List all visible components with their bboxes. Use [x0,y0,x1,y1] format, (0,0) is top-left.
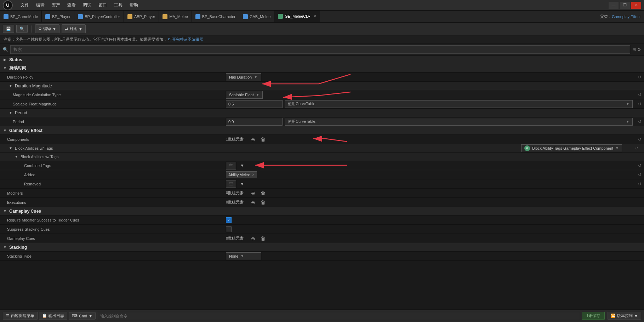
save-button[interactable]: 💾 [3,25,14,33]
tab-abp-player[interactable]: ABP_Player [124,11,159,22]
magnitude-calc-dropdown[interactable]: Scalable Float ▼ [226,91,263,99]
tab-ge-meleecd[interactable]: GE_MeleeCD• ✕ [274,11,320,22]
combined-tags-expand[interactable]: ▼ [238,162,246,169]
console-input[interactable] [97,312,580,320]
grid-view-icon[interactable]: ⊞ [632,47,636,52]
tab-bp-basecharacter-icon [195,14,200,19]
compile-dropdown-icon: ▼ [52,27,56,31]
duration-policy-reset[interactable]: ↺ [636,75,644,80]
prop-period: Period 使用CurveTable.... ▼ ↺ [0,117,644,126]
suppress-stacking-label: Suppress Stacking Cues [0,225,223,234]
duration-policy-dropdown[interactable]: Has Duration ▼ [226,73,261,81]
menu-tools[interactable]: 工具 [111,1,125,9]
save-count-button[interactable]: 1未保存 [582,312,605,320]
content-drawer-button[interactable]: ☰ 内容侧滑菜单 [3,312,38,320]
menu-edit[interactable]: 编辑 [33,1,47,9]
compile-icon: ⚙ [38,27,42,31]
executions-delete-button[interactable]: 🗑 [259,199,267,206]
gameplay-cues-delete-button[interactable]: 🗑 [259,235,267,242]
browse-button[interactable]: 🔍 [16,25,28,33]
tab-ge-meleecd-close[interactable]: ✕ [313,14,316,18]
diff-button[interactable]: ⇄ 对比 ▼ [62,24,86,33]
components-delete-button[interactable]: 🗑 [259,136,267,143]
section-duration-magnitude[interactable]: ▼ Duration Magnitude [0,82,644,90]
tab-bp-player[interactable]: BP_Player [42,11,74,22]
block-abilities-top-reset[interactable]: ↺ [633,146,641,151]
section-block-abilities-nested[interactable]: ▼ Block Abilities w/ Tags [0,153,644,161]
menu-file[interactable]: 文件 [18,1,32,9]
undo-icon-6: ↺ [635,146,639,151]
suppress-stacking-value [223,225,644,234]
prop-stacking-type: Stacking Type None ▼ [0,252,644,261]
ability-melee-tag-close[interactable]: ✕ [252,173,255,177]
settings-icon[interactable]: ⚙ [637,47,641,52]
menu-view[interactable]: 查看 [64,1,79,9]
output-log-label: 输出日志 [49,313,64,318]
added-label: Added [0,170,223,179]
close-button[interactable]: ✕ [631,2,641,9]
search-input[interactable] [10,45,630,54]
components-reset[interactable]: ↺ [636,137,644,142]
tab-ma-melee[interactable]: MA_Melee [159,11,192,22]
magnitude-calc-value: Scalable Float ▼ [223,90,636,99]
magnitude-calc-reset[interactable]: ↺ [636,92,644,97]
cmd-button[interactable]: ⌨ Cmd ▼ [69,312,96,320]
minimize-button[interactable]: — [609,2,619,9]
tab-bar: BP_GameMode BP_Player BP_PlayerControlle… [0,11,644,23]
period-curve-dropdown[interactable]: 使用CurveTable.... ▼ [285,118,633,126]
gameplay-cues-add-button[interactable]: ⊕ [249,235,257,242]
scalable-float-reset[interactable]: ↺ [636,102,644,107]
output-log-button[interactable]: 📋 输出日志 [39,312,67,320]
curve-table-dropdown[interactable]: 使用CurveTable.... ▼ [285,100,633,108]
component-type-dropdown[interactable]: ⊕ Block Ability Tags Gameplay Effect Com… [521,144,622,152]
combined-tags-empty: 空 [226,162,236,169]
components-add-button[interactable]: ⊕ [249,136,257,143]
tab-bp-playercontroller-icon [78,14,83,19]
suppress-stacking-checkbox[interactable] [226,226,232,232]
menu-asset[interactable]: 资产 [49,1,63,9]
menu-help[interactable]: 帮助 [127,1,141,9]
executions-add-button[interactable]: ⊕ [249,199,257,206]
tab-bp-playercontroller[interactable]: BP_PlayerController [74,11,124,22]
tab-bp-basecharacter[interactable]: BP_BaseCharacter [192,11,239,22]
section-duration[interactable]: ▼ 持续时间 [0,64,644,73]
undo-icon-7: ↺ [638,163,642,168]
tab-ge-meleecd-label: GE_MeleeCD• [285,14,310,18]
menu-window[interactable]: 窗口 [96,1,110,9]
notice-link[interactable]: 打开完整蓝图编辑器 [168,37,203,41]
require-modifier-checkbox[interactable]: ✓ [226,217,232,223]
section-period[interactable]: ▼ Period [0,109,644,117]
period-input[interactable] [226,118,283,126]
tab-bp-basecharacter-label: BP_BaseCharacter [202,15,235,19]
section-gameplay-cues[interactable]: ▼ Gameplay Cues [0,207,644,215]
menu-debug[interactable]: 调试 [80,1,94,9]
stacking-type-dropdown[interactable]: None ▼ [226,252,261,260]
modifiers-delete-button[interactable]: 🗑 [259,189,267,197]
section-gameplay-cues-label: Gameplay Cues [9,209,41,214]
ability-melee-tag[interactable]: Ability.Melee ✕ [226,171,257,178]
section-block-abilities-top[interactable]: ▼ Block Abilities w/ Tags ⊕ Block Abilit… [0,144,644,153]
modifiers-add-button[interactable]: ⊕ [249,189,257,197]
compile-label: 编译 [43,26,51,31]
maximize-button[interactable]: ❐ [620,2,630,9]
compile-button[interactable]: ⚙ 编译 ▼ [35,24,59,33]
removed-expand[interactable]: ▼ [238,180,246,188]
content-drawer-icon: ☰ [6,314,10,318]
parent-class-value[interactable]: Gameplay Effect [612,15,640,19]
section-stacking[interactable]: ▼ Stacking [0,243,644,252]
section-gameplay-effect[interactable]: ▼ Gameplay Effect [0,126,644,135]
removed-reset[interactable]: ↺ [636,182,644,186]
tab-bp-gamemode[interactable]: BP_GameMode [0,11,42,22]
period-reset[interactable]: ↺ [636,119,644,124]
prop-executions: Executions 0数组元素 ⊕ 🗑 [0,198,644,207]
section-gameplay-cues-arrow: ▼ [3,209,7,213]
scalable-float-input[interactable] [226,100,283,108]
version-control-button[interactable]: 🔀 版本控制 ▼ [608,312,641,320]
block-abilities-top-label: Block Abilities w/ Tags [15,146,53,150]
combined-tags-reset[interactable]: ↺ [636,163,644,168]
section-status[interactable]: ▶ Status [0,56,644,64]
tab-gab-melee[interactable]: GAB_Melee [239,11,274,22]
output-log-icon: 📋 [42,314,47,318]
tab-bp-gamemode-icon [4,14,8,19]
added-reset[interactable]: ↺ [636,172,644,177]
